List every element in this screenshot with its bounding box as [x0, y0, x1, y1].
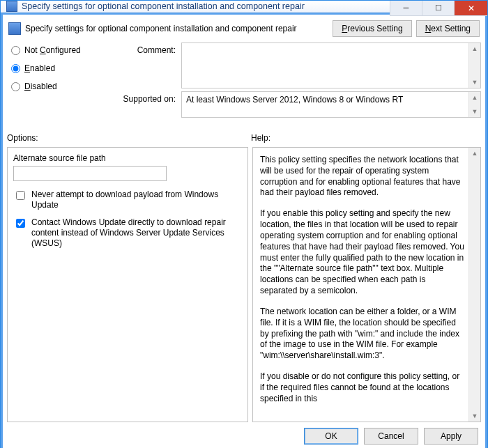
comment-textarea[interactable]: ▲ ▼	[181, 43, 481, 88]
titlebar[interactable]: Specify settings for optional component …	[1, 1, 487, 13]
apply-button[interactable]: Apply	[424, 428, 478, 445]
radio-enabled[interactable]: Enabled	[11, 63, 112, 73]
radio-not-configured[interactable]: Not Configured	[11, 45, 112, 55]
radio-disabled[interactable]: Disabled	[11, 82, 112, 91]
ok-button[interactable]: OK	[304, 428, 358, 445]
comment-row: Comment: ▲ ▼	[112, 43, 481, 88]
panel-headers: Options: Help:	[7, 133, 481, 143]
scroll-up-icon[interactable]: ▲	[469, 92, 480, 103]
help-paragraph: This policy setting specifies the networ…	[260, 155, 465, 199]
scrollbar[interactable]: ▲ ▼	[468, 92, 480, 117]
scrollbar[interactable]: ▲ ▼	[468, 148, 480, 422]
radio-input[interactable]	[11, 46, 20, 55]
mnemonic: N	[425, 24, 432, 33]
scroll-down-icon[interactable]: ▼	[469, 106, 480, 117]
options-header: Options:	[7, 133, 251, 143]
comment-label: Comment:	[112, 43, 176, 55]
help-text: This policy setting specifies the networ…	[260, 155, 465, 405]
header-strip: Specify settings for optional component …	[7, 19, 481, 43]
minimize-button[interactable]	[390, 1, 422, 16]
scroll-up-icon[interactable]: ▲	[469, 148, 480, 159]
policy-subtitle: Specify settings for optional component …	[25, 24, 328, 33]
supported-on-text: At least Windows Server 2012, Windows 8 …	[181, 91, 481, 118]
supported-row: Supported on: At least Windows Server 20…	[112, 91, 481, 118]
wsus-bypass-checkbox[interactable]	[16, 219, 25, 228]
options-panel: Alternate source file path Never attempt…	[7, 147, 248, 422]
dialog-buttons: OK Cancel Apply	[7, 422, 481, 446]
dialog-window: Specify settings for optional component …	[0, 0, 488, 448]
state-radio-group: Not Configured Enabled Disabled	[7, 43, 112, 121]
help-header: Help:	[251, 133, 270, 143]
policy-icon	[8, 22, 21, 35]
scrollbar[interactable]: ▲ ▼	[468, 43, 480, 88]
alt-path-input[interactable]	[13, 166, 167, 181]
close-button[interactable]	[454, 1, 487, 16]
meta-right: Comment: ▲ ▼ Supported on: At least Wind…	[112, 43, 481, 121]
window-controls	[390, 1, 487, 16]
help-panel: This policy setting specifies the networ…	[252, 147, 481, 422]
scroll-up-icon[interactable]: ▲	[469, 43, 480, 54]
cancel-button[interactable]: Cancel	[364, 428, 418, 445]
panels: Alternate source file path Never attempt…	[7, 147, 481, 422]
scroll-down-icon[interactable]: ▼	[469, 77, 480, 88]
help-paragraph: The network location can be either a fol…	[260, 307, 465, 362]
never-download-label: Never attempt to download payload from W…	[31, 190, 242, 210]
radio-input[interactable]	[11, 82, 20, 91]
radio-input[interactable]	[11, 64, 20, 73]
window-title: Specify settings for optional component …	[22, 1, 305, 11]
never-download-checkbox[interactable]	[16, 191, 25, 200]
wsus-bypass-label: Contact Windows Update directly to downl…	[31, 217, 242, 249]
client-area: Specify settings for optional component …	[1, 13, 487, 448]
scroll-down-icon[interactable]: ▼	[469, 410, 480, 422]
help-paragraph: If you disable or do not configure this …	[260, 371, 465, 404]
supported-label: Supported on:	[112, 91, 176, 104]
maximize-button[interactable]	[422, 1, 454, 16]
supported-value: At least Windows Server 2012, Windows 8 …	[186, 95, 403, 105]
label-text: revious Setting	[347, 24, 402, 33]
alt-path-label: Alternate source file path	[13, 153, 242, 163]
config-row: Not Configured Enabled Disabled Comment:…	[7, 43, 481, 121]
label-text: ext Setting	[431, 24, 471, 33]
policy-icon	[6, 1, 17, 12]
help-paragraph: If you enable this policy setting and sp…	[260, 208, 465, 297]
previous-setting-button[interactable]: Previous Setting	[333, 20, 411, 37]
next-setting-button[interactable]: Next Setting	[416, 20, 480, 37]
